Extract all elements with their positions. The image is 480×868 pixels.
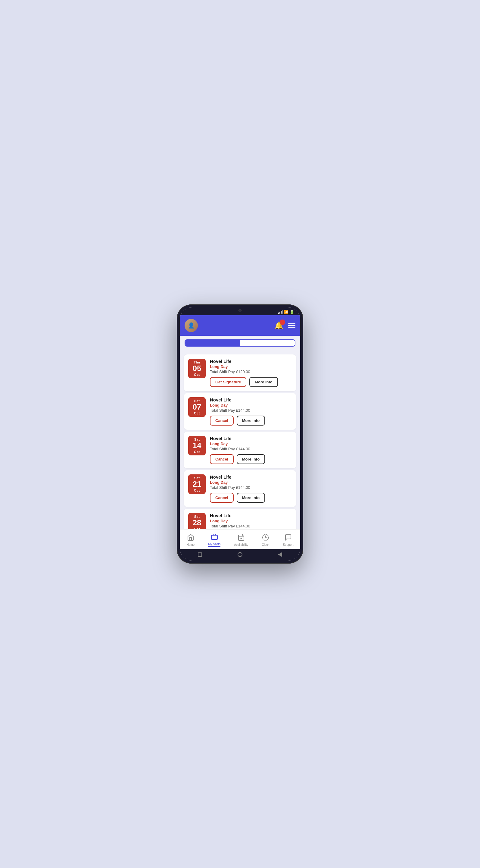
tab-completed[interactable] [240,340,295,346]
app-header: 👤 🔔 [180,315,300,336]
day-number: 28 [191,518,203,527]
shift-actions: Cancel More Info [210,493,292,503]
android-back-button[interactable] [277,552,283,558]
notch [228,307,252,314]
svg-rect-0 [211,535,217,539]
home-nav-label: Home [187,543,195,547]
header-left: 👤 [184,319,201,332]
day-number: 14 [191,441,203,450]
more-info-button[interactable]: More Info [237,454,265,464]
shift-card: Sat 28 Oct Novel Life Long Day Total Shi… [184,509,296,529]
shift-card: Thu 05 Oct Novel Life Long Day Total Shi… [184,354,296,391]
day-number: 07 [191,403,203,411]
status-icons: 📶 🔋 [278,310,294,314]
shift-card: Sat 21 Oct Novel Life Long Day Total Shi… [184,470,296,507]
hamburger-menu-button[interactable] [288,323,296,328]
tab-bar [184,339,296,347]
shift-company: Novel Life [210,513,292,518]
clock-nav-icon [262,534,269,542]
shift-pay: Total Shift Pay £144.00 [210,485,292,490]
month-name: Oct [191,450,203,454]
nav-item-availability[interactable]: Availability [232,532,250,548]
shift-info: Novel Life Long Day Total Shift Pay £144… [210,513,292,529]
shift-card: Sat 07 Oct Novel Life Long Day Total Shi… [184,393,296,430]
shift-company: Novel Life [210,359,292,364]
support-nav-label: Support [283,543,293,547]
support-nav-icon [284,534,292,542]
more-info-button[interactable]: More Info [237,493,265,503]
month-name: Oct [191,527,203,529]
shift-company: Novel Life [210,474,292,479]
shift-info: Novel Life Long Day Total Shift Pay £144… [210,436,292,464]
nav-item-home[interactable]: Home [184,532,197,548]
avatar-image: 👤 [184,319,198,332]
tab-upcoming[interactable] [185,340,240,346]
my-shifts-nav-icon [211,533,218,541]
nav-item-support[interactable]: Support [280,532,296,548]
shift-pay: Total Shift Pay £144.00 [210,524,292,528]
shift-type: Long Day [210,480,292,485]
nav-item-my-shifts[interactable]: My Shifts [206,532,223,548]
cancel-button[interactable]: Cancel [210,454,234,464]
nav-item-clock[interactable]: Clock [259,532,272,548]
notification-badge [280,319,285,325]
date-badge: Sat 21 Oct [188,474,206,494]
battery-icon: 🔋 [290,310,294,314]
shift-pay: Total Shift Pay £144.00 [210,447,292,451]
phone-device: 📶 🔋 👤 🔔 [177,304,303,564]
home-nav-icon [187,534,194,542]
shifts-list: Thu 05 Oct Novel Life Long Day Total Shi… [180,350,300,529]
date-badge: Thu 05 Oct [188,359,206,378]
availability-nav-icon [238,534,245,542]
shift-company: Novel Life [210,436,292,441]
shift-info: Novel Life Long Day Total Shift Pay £144… [210,397,292,426]
signal-icon [278,310,283,314]
shift-type: Long Day [210,441,292,446]
date-badge: Sat 14 Oct [188,436,206,456]
more-info-button[interactable]: More Info [249,377,278,387]
shift-actions: Get Signature More Info [210,377,292,387]
android-recent-button[interactable] [197,552,203,558]
shift-actions: Cancel More Info [210,454,292,464]
month-name: Oct [191,411,203,415]
shift-actions: Cancel More Info [210,415,292,426]
shift-pay: Total Shift Pay £120.00 [210,370,292,374]
shift-pay: Total Shift Pay £144.00 [210,408,292,412]
month-name: Oct [191,489,203,492]
notification-bell[interactable]: 🔔 [274,321,283,330]
cancel-button[interactable]: Cancel [210,493,234,503]
wifi-icon: 📶 [284,310,288,314]
date-badge: Sat 28 Oct [188,513,206,529]
shift-card: Sat 14 Oct Novel Life Long Day Total Shi… [184,432,296,468]
month-name: Oct [191,373,203,376]
android-nav-bar [180,549,300,561]
shift-type: Long Day [210,403,292,407]
header-right: 🔔 [274,321,296,330]
phone-screen: 📶 🔋 👤 🔔 [180,307,300,561]
day-number: 21 [191,480,203,489]
shift-company: Novel Life [210,397,292,402]
tabs-container [180,336,300,350]
camera [239,309,241,312]
availability-nav-label: Availability [234,543,248,547]
shift-type: Long Day [210,519,292,523]
day-number: 05 [191,364,203,373]
shift-info: Novel Life Long Day Total Shift Pay £120… [210,359,292,387]
android-home-button[interactable] [237,552,243,558]
shift-info: Novel Life Long Day Total Shift Pay £144… [210,474,292,503]
clock-nav-label: Clock [262,543,269,547]
shift-type: Long Day [210,364,292,369]
date-badge: Sat 07 Oct [188,397,206,417]
get-signature-button[interactable]: Get Signature [210,377,246,387]
status-bar: 📶 🔋 [180,307,300,315]
cancel-button[interactable]: Cancel [210,415,234,426]
avatar: 👤 [184,319,198,332]
my-shifts-nav-label: My Shifts [208,542,220,547]
svg-rect-2 [239,535,244,540]
more-info-button[interactable]: More Info [237,415,265,426]
bottom-nav: Home My Shifts Availability Clock Suppor… [180,529,300,549]
